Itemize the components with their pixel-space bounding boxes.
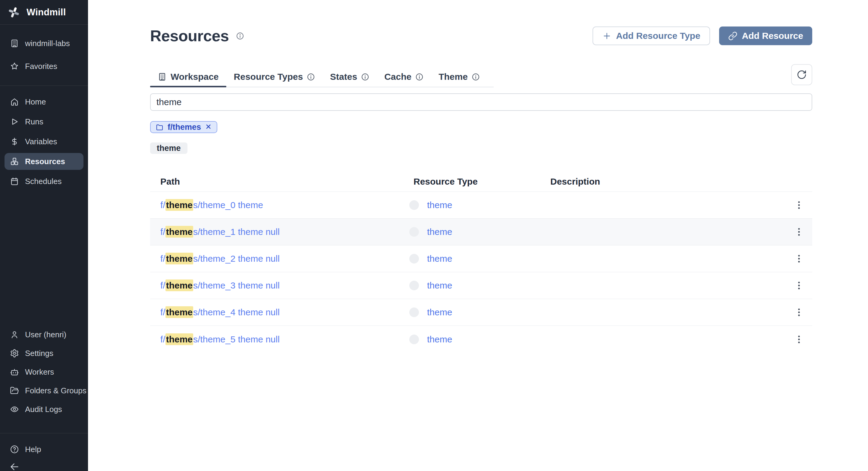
add-resource-type-label: Add Resource Type xyxy=(616,31,701,41)
info-icon[interactable] xyxy=(307,73,315,81)
help-circle-icon xyxy=(10,445,19,454)
folders-groups-label: Folders & Groups xyxy=(25,386,87,395)
table-header: Path Resource Type Description xyxy=(150,172,812,192)
search-input[interactable] xyxy=(150,93,812,111)
add-resource-type-button[interactable]: Add Resource Type xyxy=(592,27,710,45)
resource-type-link[interactable]: theme xyxy=(427,200,452,210)
resource-path-link[interactable]: f/themes/theme_3 theme null xyxy=(160,279,280,291)
sidebar-item-workers[interactable]: Workers xyxy=(0,363,88,381)
sidebar-item-resources[interactable]: Resources xyxy=(4,153,84,170)
sidebar-item-home[interactable]: Home xyxy=(0,92,88,112)
path-segment: s/theme_3 theme null xyxy=(193,280,280,290)
robot-icon xyxy=(10,367,19,376)
sidebar-item-help[interactable]: Help xyxy=(0,440,88,459)
resource-type-link[interactable]: theme xyxy=(427,280,452,291)
settings-label: Settings xyxy=(25,349,53,358)
runs-label: Runs xyxy=(25,117,43,127)
calendar-icon xyxy=(10,177,19,186)
sidebar-item-variables[interactable]: Variables xyxy=(0,132,88,152)
tab-theme[interactable]: Theme xyxy=(431,67,487,87)
resource-type-link[interactable]: theme xyxy=(427,227,452,237)
collapse-sidebar-button[interactable] xyxy=(8,460,21,471)
resource-type-avatar xyxy=(409,200,419,210)
windmill-logo[interactable]: Windmill xyxy=(0,0,88,25)
app-title: Windmill xyxy=(27,7,66,18)
resource-path-link[interactable]: f/themes/theme_0 theme xyxy=(160,199,263,211)
tab-resource-types-label: Resource Types xyxy=(234,72,303,82)
sidebar-item-favorites[interactable]: Favorites xyxy=(0,56,88,76)
row-menu-button[interactable] xyxy=(792,279,806,292)
arrow-left-icon xyxy=(9,462,20,471)
resources-table: Path Resource Type Description f/themes/… xyxy=(150,172,812,352)
page-header: Resources Add Resource Type xyxy=(150,26,812,46)
sidebar-item-folders-groups[interactable]: Folders & Groups xyxy=(0,381,88,400)
info-icon[interactable] xyxy=(361,73,369,81)
building-icon xyxy=(158,72,167,81)
path-highlight: theme xyxy=(165,199,193,211)
sidebar-item-runs[interactable]: Runs xyxy=(0,112,88,132)
schedules-label: Schedules xyxy=(25,177,61,186)
row-menu-button[interactable] xyxy=(792,333,806,346)
row-menu-button[interactable] xyxy=(792,306,806,319)
table-row[interactable]: f/themes/theme_2 theme null theme xyxy=(150,245,812,272)
resource-type-link[interactable]: theme xyxy=(427,254,452,264)
plus-icon xyxy=(602,31,612,41)
sidebar-item-settings[interactable]: Settings xyxy=(0,344,88,363)
tab-cache[interactable]: Cache xyxy=(377,67,431,87)
search-term-label: theme xyxy=(157,144,181,153)
tab-states[interactable]: States xyxy=(322,67,377,87)
table-row[interactable]: f/themes/theme_4 theme null theme xyxy=(150,299,812,326)
boxes-icon xyxy=(10,157,19,166)
path-highlight: theme xyxy=(165,333,193,345)
path-highlight: theme xyxy=(165,279,193,291)
home-icon xyxy=(10,97,19,106)
tab-resource-types[interactable]: Resource Types xyxy=(226,67,323,87)
path-segment: f/ xyxy=(160,307,165,317)
remove-filter-icon[interactable] xyxy=(205,123,212,131)
dollar-icon xyxy=(10,137,19,146)
sidebar-divider xyxy=(0,433,88,433)
tab-workspace[interactable]: Workspace xyxy=(150,67,226,87)
star-icon xyxy=(10,62,19,71)
resource-path-link[interactable]: f/themes/theme_5 theme null xyxy=(160,333,280,345)
tab-bar: Workspace Resource Types States Cache xyxy=(150,67,494,87)
table-row[interactable]: f/themes/theme_3 theme null theme xyxy=(150,272,812,299)
tab-workspace-label: Workspace xyxy=(170,72,219,82)
row-menu-button[interactable] xyxy=(792,252,806,265)
info-icon[interactable] xyxy=(236,32,244,40)
info-icon[interactable] xyxy=(415,73,424,81)
sidebar-item-audit-logs[interactable]: Audit Logs xyxy=(0,400,88,418)
info-icon[interactable] xyxy=(472,73,480,81)
workspace-name: windmill-labs xyxy=(25,39,70,48)
folder-filter-chip[interactable]: f/themes xyxy=(150,121,217,133)
path-segment: s/theme_4 theme null xyxy=(193,307,280,317)
sidebar-item-user[interactable]: User (henri) xyxy=(0,325,88,344)
resource-path-link[interactable]: f/themes/theme_4 theme null xyxy=(160,306,280,318)
sidebar-item-workspace[interactable]: windmill-labs xyxy=(0,33,88,54)
resource-path-link[interactable]: f/themes/theme_1 theme null xyxy=(160,226,280,238)
table-row[interactable]: f/themes/theme_1 theme null theme xyxy=(150,218,812,245)
row-menu-button[interactable] xyxy=(792,225,806,238)
column-header-resource-type: Resource Type xyxy=(409,176,550,187)
sidebar: Windmill windmill-labs xyxy=(0,0,88,471)
resources-label: Resources xyxy=(25,157,65,166)
add-resource-button[interactable]: Add Resource xyxy=(719,27,812,45)
sidebar-item-schedules[interactable]: Schedules xyxy=(0,171,88,191)
user-label: User (henri) xyxy=(25,330,66,339)
resource-type-link[interactable]: theme xyxy=(427,307,452,317)
resource-type-link[interactable]: theme xyxy=(427,334,452,344)
sidebar-divider xyxy=(0,86,88,86)
tab-theme-label: Theme xyxy=(438,72,468,82)
resource-type-avatar xyxy=(409,281,419,290)
resource-path-link[interactable]: f/themes/theme_2 theme null xyxy=(160,253,280,264)
tab-cache-label: Cache xyxy=(384,72,411,82)
windmill-logo-icon xyxy=(8,6,20,19)
table-row[interactable]: f/themes/theme_5 theme null theme xyxy=(150,326,812,352)
refresh-icon xyxy=(797,70,807,80)
resource-type-avatar xyxy=(409,227,419,237)
kebab-icon xyxy=(794,227,804,237)
home-label: Home xyxy=(25,97,46,107)
table-row[interactable]: f/themes/theme_0 theme theme xyxy=(150,192,812,218)
row-menu-button[interactable] xyxy=(792,198,806,212)
refresh-button[interactable] xyxy=(791,64,812,85)
